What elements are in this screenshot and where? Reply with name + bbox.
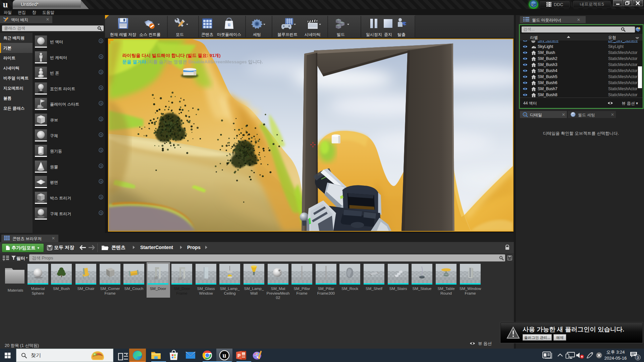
svg-text:P: P bbox=[237, 353, 240, 358]
svg-text:문을 열거라: 문을 열거라 bbox=[122, 59, 147, 64]
svg-text:i: i bbox=[525, 113, 525, 116]
svg-text:u: u bbox=[222, 352, 226, 359]
svg-text:u: u bbox=[228, 21, 230, 27]
svg-text:라이팅을 다시 빌드해야 합니다 (빌드 필요: 91개): 라이팅을 다시 빌드해야 합니다 (빌드 필요: 91개) bbox=[122, 53, 221, 58]
svg-text:u: u bbox=[3, 0, 8, 9]
svg-text:시지를 숨기는 명령은 DisableAllScreenMe: 시지를 숨기는 명령은 DisableAllScreenMessages 입니다… bbox=[144, 59, 263, 64]
